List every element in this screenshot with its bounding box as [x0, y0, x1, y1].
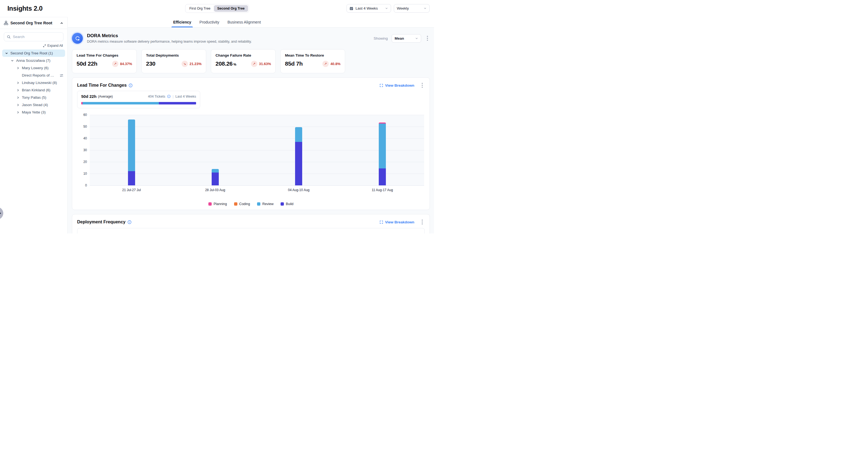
- expand-corners-icon: [379, 220, 383, 224]
- top-controls: Last 4 Weeks Weekly: [346, 4, 430, 12]
- info-icon[interactable]: [167, 95, 170, 98]
- dora-kebab-menu[interactable]: [425, 35, 430, 41]
- tab-efficiency[interactable]: Efficiency: [172, 17, 193, 27]
- deployment-kebab-menu[interactable]: [420, 219, 425, 225]
- deployment-frequency-title-text: Deployment Frequency: [77, 220, 126, 224]
- stacked-bar: [212, 169, 219, 185]
- triangle-right-icon: [0, 211, 1, 215]
- info-icon[interactable]: [127, 220, 131, 224]
- chevron-right-icon[interactable]: [16, 88, 20, 92]
- legend-swatch: [281, 202, 284, 206]
- tree-item-label: Anna Scozzafava (7): [16, 59, 50, 63]
- chevron-right-icon[interactable]: [16, 110, 20, 115]
- tree-item-label: Maya Yette (3): [22, 110, 46, 114]
- chevron-right-icon[interactable]: [16, 81, 20, 85]
- metric-card-delta: ↘21.23%: [182, 61, 202, 67]
- tab-business-alignment[interactable]: Business Alignment: [226, 17, 262, 27]
- sidebar-header: Second Org Tree Root: [0, 17, 67, 29]
- granularity-select[interactable]: Weekly: [394, 4, 430, 12]
- metric-card-unit: %: [233, 63, 236, 66]
- org-toggle-option[interactable]: First Org Tree: [186, 5, 214, 12]
- lead-time-kebab-menu[interactable]: [420, 82, 425, 89]
- org-tree-toggle: First Org TreeSecond Org Tree: [185, 4, 249, 13]
- date-range-value: Last 4 Weeks: [355, 6, 383, 10]
- legend-label: Build: [286, 202, 293, 206]
- chevron-down-icon[interactable]: [4, 51, 9, 56]
- tree-item[interactable]: Maya Yette (3): [2, 108, 65, 116]
- x-tick-label: 21 Jul-27 Jul: [122, 188, 141, 192]
- info-icon[interactable]: [128, 84, 133, 88]
- chevron-down-icon[interactable]: [10, 59, 14, 63]
- gridline-y50: [90, 127, 424, 127]
- view-breakdown-link[interactable]: View Breakdown: [379, 84, 414, 88]
- metric-card: Change Failure Rate208.26%↗31.63%: [211, 49, 276, 73]
- bar-segment-review: [379, 124, 386, 168]
- stacked-bar: [128, 120, 135, 185]
- tree-item[interactable]: Second Org Tree Root (1): [2, 50, 65, 57]
- tree-item[interactable]: Lindsay Liszewski (8): [2, 79, 65, 86]
- tree-item-label: Brian Kirkland (6): [22, 88, 50, 92]
- chevron-right-icon[interactable]: [16, 95, 20, 100]
- tree-item[interactable]: Tony Pallas (5): [2, 94, 65, 101]
- metric-card-title: Total Deployments: [146, 53, 202, 57]
- tree-item[interactable]: Jason Stead (4): [2, 101, 65, 108]
- summary-qualifier: (Average): [98, 95, 113, 98]
- metric-card-value: 85d 7h: [285, 60, 303, 67]
- tree-item[interactable]: Anna Scozzafava (7): [2, 57, 65, 64]
- view-breakdown-link[interactable]: View Breakdown: [379, 220, 414, 224]
- legend-label: Coding: [239, 202, 250, 206]
- summary-separator: |: [173, 95, 174, 98]
- calendar-icon: [349, 6, 353, 10]
- sidebar-title: Second Org Tree Root: [10, 21, 58, 25]
- sidebar: Second Org Tree Root Expand All Second O…: [0, 17, 67, 234]
- tab-label: Efficiency: [173, 20, 191, 24]
- y-tick-label: 0: [85, 183, 87, 187]
- x-tick-label: 04 Aug-10 Aug: [288, 188, 310, 192]
- deployment-frequency-title: Deployment Frequency: [77, 220, 131, 224]
- chevron-right-icon[interactable]: [16, 103, 20, 107]
- y-tick-label: 10: [84, 172, 87, 176]
- org-tree-icon: [4, 21, 8, 25]
- dora-titles: DORA Metrics DORA metrics measure softwa…: [87, 33, 374, 43]
- bar-segment-review: [295, 127, 302, 142]
- summary-value: 50d 22h: [81, 94, 96, 99]
- lead-time-section: Lead Time For Changes View Breakdown: [72, 77, 430, 210]
- expand-all-button[interactable]: Expand All: [4, 44, 63, 48]
- dora-metrics-header: DORA Metrics DORA metrics measure softwa…: [72, 31, 430, 45]
- expand-corners-icon: [379, 84, 383, 87]
- dora-controls: Showing Mean: [374, 34, 430, 43]
- tree-item[interactable]: Mary Lowery (6): [2, 64, 65, 72]
- chevron-right-icon[interactable]: [16, 66, 20, 70]
- metric-card-title: Mean Time To Restore: [285, 53, 340, 57]
- active-tab-underline: [172, 27, 193, 27]
- metric-card-delta-value: 40.8%: [330, 62, 340, 66]
- tree-item[interactable]: Direct Reports of A...: [2, 72, 65, 79]
- search-box[interactable]: [4, 32, 63, 41]
- tabs-bar: EfficiencyProductivityBusiness Alignment: [68, 17, 434, 28]
- tree-item[interactable]: Brian Kirkland (6): [2, 86, 65, 94]
- stacked-bar: [295, 127, 302, 185]
- date-range-select[interactable]: Last 4 Weeks: [346, 4, 391, 12]
- dora-description: DORA metrics measure software delivery p…: [87, 40, 374, 43]
- collapse-sidebar-chevron-up-icon[interactable]: [60, 21, 63, 25]
- metric-card-value-row: 230↘21.23%: [146, 60, 202, 67]
- trend-up-icon: ↗: [112, 61, 118, 67]
- bar-segment-build: [128, 171, 135, 185]
- tab-productivity[interactable]: Productivity: [198, 17, 221, 27]
- search-icon: [7, 35, 11, 39]
- showing-select[interactable]: Mean: [392, 34, 421, 43]
- y-tick-label: 30: [84, 148, 87, 152]
- bar-segment-review: [128, 120, 135, 171]
- metric-card-delta: ↗84.37%: [112, 61, 132, 67]
- chart-y-axis: 0102030405060: [77, 115, 87, 185]
- gridline-y10: [90, 174, 424, 174]
- expand-diagonal-icon: [43, 44, 46, 47]
- legend-swatch: [234, 202, 237, 206]
- tree-item-label: Direct Reports of A...: [22, 73, 55, 77]
- main-area: EfficiencyProductivityBusiness Alignment…: [68, 17, 434, 234]
- filter-sliders-icon[interactable]: [60, 73, 63, 77]
- search-input[interactable]: [13, 35, 61, 39]
- org-toggle-option[interactable]: Second Org Tree: [214, 5, 248, 12]
- dora-title: DORA Metrics: [87, 33, 374, 38]
- metric-card-value: 50d 22h: [76, 60, 97, 67]
